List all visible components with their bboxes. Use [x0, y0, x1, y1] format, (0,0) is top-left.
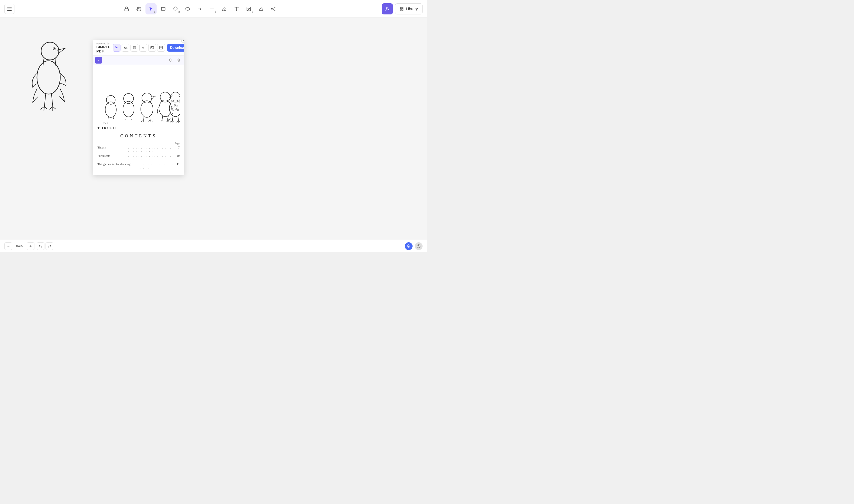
- line-tool-button[interactable]: 6: [207, 3, 218, 14]
- menu-icon: [7, 7, 12, 11]
- svg-line-11: [272, 9, 274, 10]
- pdf-zoom-out-button[interactable]: [167, 57, 174, 64]
- select-tool-button[interactable]: 1: [145, 3, 157, 14]
- svg-line-70: [173, 116, 173, 121]
- contents-dots: . . . . . . . . . . . . . . . . .: [141, 162, 174, 169]
- shield-icon-button[interactable]: [405, 242, 413, 250]
- menu-button[interactable]: [4, 4, 14, 14]
- redo-button[interactable]: [46, 242, 53, 250]
- contents-row-thrush: Thrush . . . . . . . . . . . . . . . . .…: [97, 146, 180, 152]
- svg-rect-1: [161, 7, 165, 10]
- zoom-level-display: 84%: [14, 244, 24, 248]
- pdf-image-btn[interactable]: [148, 44, 156, 52]
- contents-item-title: Things needed for drawing: [97, 162, 141, 166]
- contents-table: Thrush . . . . . . . . . . . . . . . . .…: [97, 146, 180, 169]
- bottom-toolbar: − 84% +: [0, 240, 427, 252]
- svg-point-48: [124, 93, 134, 104]
- svg-line-54: [144, 116, 144, 120]
- svg-line-50: [126, 116, 126, 120]
- pdf-expand-button[interactable]: [181, 40, 184, 43]
- zoom-increase-icon: +: [30, 244, 32, 248]
- pdf-text-btn[interactable]: Aa: [122, 44, 129, 52]
- pdf-header: Powered by SIMPLE PDF. Aa ☑: [93, 40, 184, 56]
- pdf-nav-button[interactable]: »: [95, 57, 102, 64]
- pdf-select-btn[interactable]: [113, 44, 121, 52]
- brand-name-text: SIMPLE PDF.: [96, 45, 110, 53]
- pdf-layout-btn[interactable]: [157, 44, 165, 52]
- svg-line-10: [272, 7, 274, 9]
- tool-group: 1 3 6: [18, 3, 382, 14]
- arrow-tool-button[interactable]: [194, 3, 206, 14]
- svg-line-51: [131, 116, 131, 120]
- svg-point-66: [177, 105, 178, 107]
- svg-point-68: [177, 109, 179, 111]
- svg-point-6: [248, 8, 248, 8]
- lock-tool-button[interactable]: [121, 3, 132, 14]
- undo-button[interactable]: [37, 242, 45, 250]
- diamond-tool-button[interactable]: 3: [170, 3, 181, 14]
- bottom-right-icons: [405, 242, 423, 250]
- svg-point-20: [37, 61, 60, 94]
- pdf-download-button[interactable]: Download: [167, 44, 184, 52]
- pdf-content-toolbar: »: [93, 56, 184, 65]
- select-badge: 1: [154, 11, 156, 13]
- image-badge: 8: [252, 11, 253, 13]
- eraser-tool-button[interactable]: [255, 3, 267, 14]
- line-badge: 6: [215, 11, 216, 13]
- undo-redo-group: [37, 242, 53, 250]
- rectangle-tool-button[interactable]: [158, 3, 169, 14]
- svg-point-62: [179, 95, 179, 96]
- pdf-nav-icon: »: [98, 58, 100, 62]
- svg-line-71: [178, 116, 179, 121]
- contents-page-num: 11: [174, 162, 180, 166]
- svg-point-8: [274, 7, 275, 8]
- pdf-brand: Powered by SIMPLE PDF.: [96, 42, 110, 53]
- contents-item-title: Parrakeets: [97, 154, 128, 157]
- help-icon-button[interactable]: [415, 242, 423, 250]
- svg-point-65: [175, 108, 177, 110]
- svg-point-64: [173, 106, 174, 108]
- svg-point-69: [175, 104, 176, 106]
- svg-line-58: [162, 116, 163, 120]
- pdf-sign-btn[interactable]: [139, 44, 147, 52]
- pdf-download-label: Download: [170, 46, 184, 50]
- canvas-area[interactable]: Powered by SIMPLE PDF. Aa ☑: [0, 18, 427, 240]
- right-actions: Library: [382, 3, 423, 14]
- svg-rect-14: [402, 7, 403, 8]
- svg-point-53: [141, 101, 153, 118]
- library-button[interactable]: Library: [395, 3, 423, 14]
- svg-point-24: [151, 47, 152, 48]
- pdf-panel: Powered by SIMPLE PDF. Aa ☑: [93, 40, 184, 175]
- page-header: Page: [97, 142, 180, 145]
- pdf-checkbox-btn[interactable]: ☑: [130, 44, 138, 52]
- pdf-tool-group: Aa ☑: [113, 44, 165, 52]
- connector-tool-button[interactable]: [268, 3, 279, 14]
- zoom-decrease-button[interactable]: −: [4, 242, 12, 250]
- svg-rect-0: [125, 8, 128, 11]
- svg-rect-13: [401, 7, 402, 8]
- contents-item-title: Thrush: [97, 146, 128, 149]
- hand-tool-button[interactable]: [133, 3, 144, 14]
- diamond-badge: 3: [179, 11, 180, 13]
- text-tool-button[interactable]: [231, 3, 242, 14]
- ellipse-tool-button[interactable]: [182, 3, 193, 14]
- pencil-tool-button[interactable]: [219, 3, 230, 14]
- image-tool-button[interactable]: 8: [243, 3, 254, 14]
- page-column-label: Page: [175, 142, 180, 145]
- zoom-increase-button[interactable]: +: [26, 242, 34, 250]
- svg-rect-16: [402, 9, 403, 10]
- svg-point-56: [160, 92, 170, 102]
- svg-point-63: [170, 100, 180, 116]
- pdf-zoom-in-button[interactable]: [175, 57, 182, 64]
- contents-page-num: 7: [174, 146, 180, 149]
- svg-point-52: [142, 93, 152, 103]
- svg-line-21: [45, 93, 46, 107]
- svg-line-55: [150, 116, 150, 120]
- contents-dots: . . . . . . . . . . . . . . . . . . . . …: [128, 154, 174, 161]
- contents-page-num: 10: [174, 154, 180, 157]
- svg-line-22: [51, 93, 53, 107]
- svg-rect-15: [401, 9, 402, 10]
- svg-point-19: [54, 48, 55, 49]
- user-button[interactable]: [382, 3, 393, 14]
- svg-line-32: [172, 61, 173, 62]
